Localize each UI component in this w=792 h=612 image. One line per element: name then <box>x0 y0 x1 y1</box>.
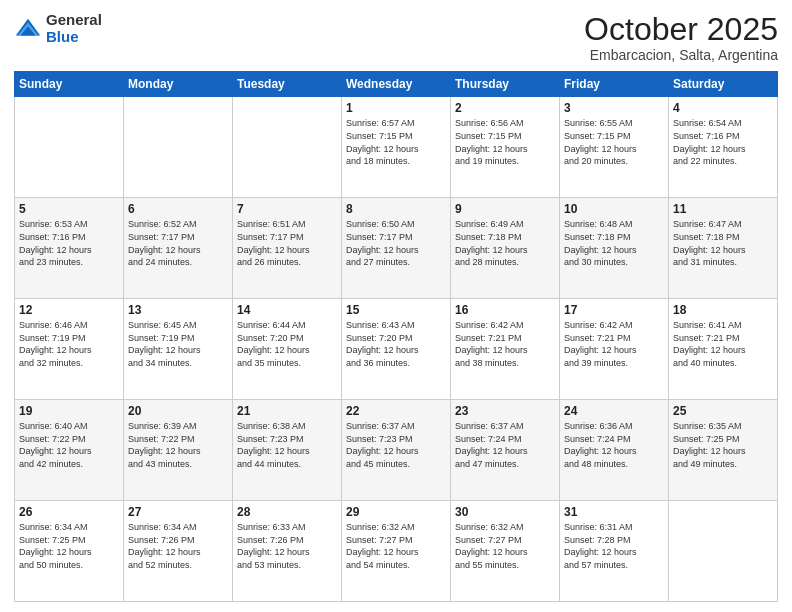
day-info: Sunrise: 6:49 AM Sunset: 7:18 PM Dayligh… <box>455 218 555 268</box>
day-number: 3 <box>564 100 664 116</box>
day-number: 15 <box>346 302 446 318</box>
calendar-cell <box>15 97 124 198</box>
calendar-cell: 15Sunrise: 6:43 AM Sunset: 7:20 PM Dayli… <box>342 299 451 400</box>
week-row-3: 12Sunrise: 6:46 AM Sunset: 7:19 PM Dayli… <box>15 299 778 400</box>
day-number: 18 <box>673 302 773 318</box>
calendar-table: Sunday Monday Tuesday Wednesday Thursday… <box>14 71 778 602</box>
day-number: 30 <box>455 504 555 520</box>
calendar-cell: 25Sunrise: 6:35 AM Sunset: 7:25 PM Dayli… <box>669 400 778 501</box>
day-number: 17 <box>564 302 664 318</box>
day-number: 29 <box>346 504 446 520</box>
day-info: Sunrise: 6:43 AM Sunset: 7:20 PM Dayligh… <box>346 319 446 369</box>
day-info: Sunrise: 6:37 AM Sunset: 7:23 PM Dayligh… <box>346 420 446 470</box>
day-info: Sunrise: 6:32 AM Sunset: 7:27 PM Dayligh… <box>455 521 555 571</box>
calendar-cell: 17Sunrise: 6:42 AM Sunset: 7:21 PM Dayli… <box>560 299 669 400</box>
day-number: 7 <box>237 201 337 217</box>
main-container: General Blue October 2025 Embarcacion, S… <box>0 0 792 612</box>
day-info: Sunrise: 6:52 AM Sunset: 7:17 PM Dayligh… <box>128 218 228 268</box>
week-row-1: 1Sunrise: 6:57 AM Sunset: 7:15 PM Daylig… <box>15 97 778 198</box>
day-number: 27 <box>128 504 228 520</box>
day-number: 8 <box>346 201 446 217</box>
day-number: 9 <box>455 201 555 217</box>
day-number: 6 <box>128 201 228 217</box>
calendar-cell: 20Sunrise: 6:39 AM Sunset: 7:22 PM Dayli… <box>124 400 233 501</box>
calendar-cell: 19Sunrise: 6:40 AM Sunset: 7:22 PM Dayli… <box>15 400 124 501</box>
day-info: Sunrise: 6:32 AM Sunset: 7:27 PM Dayligh… <box>346 521 446 571</box>
calendar-cell: 23Sunrise: 6:37 AM Sunset: 7:24 PM Dayli… <box>451 400 560 501</box>
day-number: 4 <box>673 100 773 116</box>
calendar-cell: 18Sunrise: 6:41 AM Sunset: 7:21 PM Dayli… <box>669 299 778 400</box>
day-number: 19 <box>19 403 119 419</box>
calendar-cell <box>124 97 233 198</box>
day-number: 24 <box>564 403 664 419</box>
col-sunday: Sunday <box>15 72 124 97</box>
calendar-cell: 8Sunrise: 6:50 AM Sunset: 7:17 PM Daylig… <box>342 198 451 299</box>
day-info: Sunrise: 6:54 AM Sunset: 7:16 PM Dayligh… <box>673 117 773 167</box>
week-row-5: 26Sunrise: 6:34 AM Sunset: 7:25 PM Dayli… <box>15 501 778 602</box>
col-wednesday: Wednesday <box>342 72 451 97</box>
day-number: 20 <box>128 403 228 419</box>
day-number: 16 <box>455 302 555 318</box>
calendar-cell: 6Sunrise: 6:52 AM Sunset: 7:17 PM Daylig… <box>124 198 233 299</box>
calendar-cell: 1Sunrise: 6:57 AM Sunset: 7:15 PM Daylig… <box>342 97 451 198</box>
day-info: Sunrise: 6:42 AM Sunset: 7:21 PM Dayligh… <box>564 319 664 369</box>
day-info: Sunrise: 6:41 AM Sunset: 7:21 PM Dayligh… <box>673 319 773 369</box>
day-number: 25 <box>673 403 773 419</box>
title-block: October 2025 Embarcacion, Salta, Argenti… <box>584 12 778 63</box>
day-info: Sunrise: 6:57 AM Sunset: 7:15 PM Dayligh… <box>346 117 446 167</box>
day-info: Sunrise: 6:56 AM Sunset: 7:15 PM Dayligh… <box>455 117 555 167</box>
calendar-cell: 13Sunrise: 6:45 AM Sunset: 7:19 PM Dayli… <box>124 299 233 400</box>
week-row-4: 19Sunrise: 6:40 AM Sunset: 7:22 PM Dayli… <box>15 400 778 501</box>
calendar-cell: 7Sunrise: 6:51 AM Sunset: 7:17 PM Daylig… <box>233 198 342 299</box>
header: General Blue October 2025 Embarcacion, S… <box>14 12 778 63</box>
calendar-cell: 29Sunrise: 6:32 AM Sunset: 7:27 PM Dayli… <box>342 501 451 602</box>
logo: General Blue <box>14 12 102 45</box>
calendar-cell: 16Sunrise: 6:42 AM Sunset: 7:21 PM Dayli… <box>451 299 560 400</box>
day-info: Sunrise: 6:50 AM Sunset: 7:17 PM Dayligh… <box>346 218 446 268</box>
day-info: Sunrise: 6:35 AM Sunset: 7:25 PM Dayligh… <box>673 420 773 470</box>
logo-general-text: General <box>46 12 102 29</box>
day-info: Sunrise: 6:51 AM Sunset: 7:17 PM Dayligh… <box>237 218 337 268</box>
day-number: 22 <box>346 403 446 419</box>
calendar-cell: 22Sunrise: 6:37 AM Sunset: 7:23 PM Dayli… <box>342 400 451 501</box>
logo-text: General Blue <box>46 12 102 45</box>
week-row-2: 5Sunrise: 6:53 AM Sunset: 7:16 PM Daylig… <box>15 198 778 299</box>
col-saturday: Saturday <box>669 72 778 97</box>
calendar-cell: 2Sunrise: 6:56 AM Sunset: 7:15 PM Daylig… <box>451 97 560 198</box>
header-row: Sunday Monday Tuesday Wednesday Thursday… <box>15 72 778 97</box>
calendar-cell: 27Sunrise: 6:34 AM Sunset: 7:26 PM Dayli… <box>124 501 233 602</box>
calendar-cell: 10Sunrise: 6:48 AM Sunset: 7:18 PM Dayli… <box>560 198 669 299</box>
day-number: 12 <box>19 302 119 318</box>
col-monday: Monday <box>124 72 233 97</box>
calendar-cell: 11Sunrise: 6:47 AM Sunset: 7:18 PM Dayli… <box>669 198 778 299</box>
day-info: Sunrise: 6:31 AM Sunset: 7:28 PM Dayligh… <box>564 521 664 571</box>
day-info: Sunrise: 6:39 AM Sunset: 7:22 PM Dayligh… <box>128 420 228 470</box>
calendar-cell: 21Sunrise: 6:38 AM Sunset: 7:23 PM Dayli… <box>233 400 342 501</box>
day-info: Sunrise: 6:45 AM Sunset: 7:19 PM Dayligh… <box>128 319 228 369</box>
day-number: 31 <box>564 504 664 520</box>
day-info: Sunrise: 6:38 AM Sunset: 7:23 PM Dayligh… <box>237 420 337 470</box>
day-number: 14 <box>237 302 337 318</box>
calendar-cell: 9Sunrise: 6:49 AM Sunset: 7:18 PM Daylig… <box>451 198 560 299</box>
calendar-cell: 28Sunrise: 6:33 AM Sunset: 7:26 PM Dayli… <box>233 501 342 602</box>
day-info: Sunrise: 6:48 AM Sunset: 7:18 PM Dayligh… <box>564 218 664 268</box>
calendar-cell: 31Sunrise: 6:31 AM Sunset: 7:28 PM Dayli… <box>560 501 669 602</box>
col-tuesday: Tuesday <box>233 72 342 97</box>
day-info: Sunrise: 6:53 AM Sunset: 7:16 PM Dayligh… <box>19 218 119 268</box>
day-info: Sunrise: 6:40 AM Sunset: 7:22 PM Dayligh… <box>19 420 119 470</box>
day-number: 2 <box>455 100 555 116</box>
calendar-cell: 24Sunrise: 6:36 AM Sunset: 7:24 PM Dayli… <box>560 400 669 501</box>
day-number: 11 <box>673 201 773 217</box>
calendar-cell: 26Sunrise: 6:34 AM Sunset: 7:25 PM Dayli… <box>15 501 124 602</box>
day-info: Sunrise: 6:34 AM Sunset: 7:25 PM Dayligh… <box>19 521 119 571</box>
col-thursday: Thursday <box>451 72 560 97</box>
day-number: 10 <box>564 201 664 217</box>
calendar-header: Sunday Monday Tuesday Wednesday Thursday… <box>15 72 778 97</box>
calendar-cell: 30Sunrise: 6:32 AM Sunset: 7:27 PM Dayli… <box>451 501 560 602</box>
calendar-body: 1Sunrise: 6:57 AM Sunset: 7:15 PM Daylig… <box>15 97 778 602</box>
calendar-cell: 5Sunrise: 6:53 AM Sunset: 7:16 PM Daylig… <box>15 198 124 299</box>
day-info: Sunrise: 6:36 AM Sunset: 7:24 PM Dayligh… <box>564 420 664 470</box>
col-friday: Friday <box>560 72 669 97</box>
calendar-cell <box>669 501 778 602</box>
day-info: Sunrise: 6:44 AM Sunset: 7:20 PM Dayligh… <box>237 319 337 369</box>
